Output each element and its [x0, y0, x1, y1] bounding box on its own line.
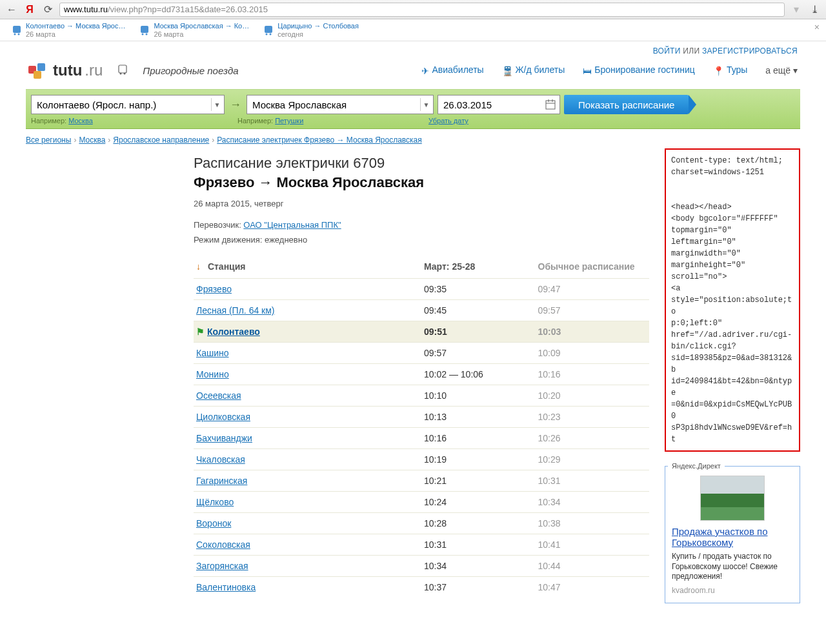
svg-rect-10 [37, 63, 45, 71]
time-usual: 10:16 [536, 364, 650, 385]
show-schedule-button[interactable]: Показать расписание [564, 95, 689, 114]
station-link[interactable]: Лесная (Пл. 64 км) [196, 305, 275, 316]
breadcrumb-link[interactable]: Москва [79, 136, 105, 145]
svg-point-1 [14, 33, 16, 35]
breadcrumb-link[interactable]: Ярославское направление [113, 136, 209, 145]
time-actual: 10:37 [421, 577, 536, 598]
ad-image[interactable] [700, 476, 765, 521]
yandex-button[interactable]: Я [23, 3, 36, 16]
table-row: Монино10:02 — 10:0610:16 [194, 364, 649, 385]
time-usual: 10:47 [536, 577, 650, 598]
nav-hotel[interactable]: 🛏Бронирование гостиниц [583, 65, 695, 75]
example-to-link[interactable]: Петушки [275, 117, 303, 125]
time-usual: 10:09 [536, 343, 650, 364]
swap-arrow-icon: → [228, 98, 243, 112]
station-link[interactable]: Соколовская [196, 539, 250, 550]
nav-tours[interactable]: 📍Туры [713, 65, 747, 75]
time-usual: 09:57 [536, 300, 650, 321]
time-actual: 09:45 [421, 300, 536, 321]
station-link[interactable]: Колонтаево [207, 327, 260, 337]
table-row: Загорянская10:3410:44 [194, 556, 649, 577]
ad-domain: kvadroom.ru [672, 586, 793, 595]
station-link[interactable]: Загорянская [196, 561, 248, 571]
svg-rect-0 [13, 26, 21, 33]
time-actual: 09:35 [421, 279, 536, 300]
favorite-tab[interactable]: Москва Ярославская → Ко…26 марта [136, 21, 253, 39]
breadcrumb-link[interactable]: Все регионы [26, 136, 71, 145]
top-nav: ✈Авиабилеты 🚆Ж/д билеты 🛏Бронирование го… [421, 65, 798, 75]
svg-point-7 [266, 33, 268, 35]
logo[interactable]: tutu.ru [28, 61, 103, 80]
register-link[interactable]: ЗАРЕГИСТРИРОВАТЬСЯ [702, 46, 798, 55]
svg-point-2 [18, 33, 20, 35]
table-row: Чкаловская10:1910:29 [194, 449, 649, 470]
ad-title-link[interactable]: Продажа участков по Горьковскому [672, 526, 767, 548]
nav-rail[interactable]: 🚆Ж/д билеты [502, 65, 565, 75]
tab-subtitle: 26 марта [26, 30, 125, 38]
time-actual: 10:16 [421, 428, 536, 449]
bed-icon: 🛏 [583, 66, 592, 76]
breadcrumb-link[interactable]: Расписание электричек Фрязево → Москва Я… [217, 136, 422, 145]
search-panel: ▼ → ▼ Показать расписание Например: Моск… [26, 89, 800, 129]
date-field[interactable] [438, 95, 560, 114]
bookmark-icon[interactable]: ▾ [790, 3, 803, 16]
station-link[interactable]: Воронок [196, 518, 231, 528]
to-combo[interactable]: ▼ [247, 95, 434, 114]
auth-links: ВОЙТИ или ЗАРЕГИСТРИРОВАТЬСЯ [26, 41, 800, 58]
time-usual: 09:47 [536, 279, 650, 300]
station-link[interactable]: Циолковская [196, 412, 250, 422]
time-usual: 10:03 [536, 321, 650, 343]
ad-text: Купить / продать участок по Горьковскому… [672, 552, 793, 582]
time-actual: 10:34 [421, 556, 536, 577]
login-link[interactable]: ВОЙТИ [653, 46, 681, 55]
nav-more[interactable]: а ещё ▾ [765, 65, 798, 75]
table-row: Лесная (Пл. 64 км)09:4509:57 [194, 300, 649, 321]
station-link[interactable]: Гагаринская [196, 476, 247, 486]
to-input[interactable] [247, 96, 433, 114]
table-row: Фрязево09:3509:47 [194, 279, 649, 300]
chevron-down-icon[interactable]: ▼ [211, 98, 223, 111]
ad-label: Яндекс.Директ [668, 461, 725, 471]
chevron-down-icon[interactable]: ▼ [420, 98, 432, 111]
train-icon [263, 25, 274, 35]
tab-subtitle: 26 марта [154, 30, 249, 38]
carrier-link[interactable]: ОАО "Центральная ППК" [243, 220, 341, 230]
from-input[interactable] [32, 96, 224, 114]
site-header: tutu.ru Пригородные поезда ✈Авиабилеты 🚆… [26, 58, 800, 89]
example-from-link[interactable]: Москва [68, 117, 93, 125]
reload-button[interactable]: ⟳ [41, 3, 54, 16]
station-link[interactable]: Валентиновка [196, 582, 256, 592]
browser-toolbar: ← Я ⟳ www.tutu.ru/view.php?np=dd731a15&d… [0, 0, 826, 19]
station-link[interactable]: Монино [196, 369, 229, 379]
sort-arrow-icon[interactable]: ↓ [196, 261, 205, 272]
svg-point-14 [124, 72, 126, 74]
time-actual: 10:24 [421, 492, 536, 513]
station-link[interactable]: Осеевская [196, 390, 241, 401]
tab-subtitle: сегодня [277, 30, 359, 38]
station-link[interactable]: Щёлково [196, 497, 234, 507]
download-icon[interactable]: ⤓ [808, 3, 821, 16]
station-link[interactable]: Бахчиванджи [196, 433, 252, 443]
tab-title: Москва Ярославская → Ко… [154, 22, 249, 30]
station-link[interactable]: Фрязево [196, 284, 232, 294]
svg-rect-6 [265, 26, 272, 33]
time-actual: 10:10 [421, 385, 536, 407]
station-link[interactable]: Чкаловская [196, 454, 245, 465]
time-usual: 10:23 [536, 407, 650, 428]
svg-point-8 [270, 33, 272, 35]
page-title: Расписание электрички 6709 [194, 155, 649, 172]
clear-date-link[interactable]: Убрать дату [428, 117, 468, 125]
close-icon[interactable]: × [814, 22, 820, 32]
nav-avia[interactable]: ✈Авиабилеты [421, 65, 483, 75]
back-button[interactable]: ← [5, 3, 18, 16]
calendar-icon[interactable] [545, 99, 556, 112]
favorites-row: Колонтаево → Москва Ярос…26 мартаМосква … [0, 19, 826, 41]
from-combo[interactable]: ▼ [31, 95, 225, 114]
favorite-tab[interactable]: Колонтаево → Москва Ярос…26 марта [8, 21, 129, 39]
address-bar[interactable]: www.tutu.ru/view.php?np=dd731a15&date=26… [59, 3, 785, 17]
svg-rect-12 [119, 65, 126, 73]
station-link[interactable]: Кашино [196, 348, 229, 358]
time-usual: 10:26 [536, 428, 650, 449]
favorite-tab[interactable]: Царицыно → Столбоваясегодня [259, 21, 376, 39]
date-input[interactable] [438, 96, 559, 114]
